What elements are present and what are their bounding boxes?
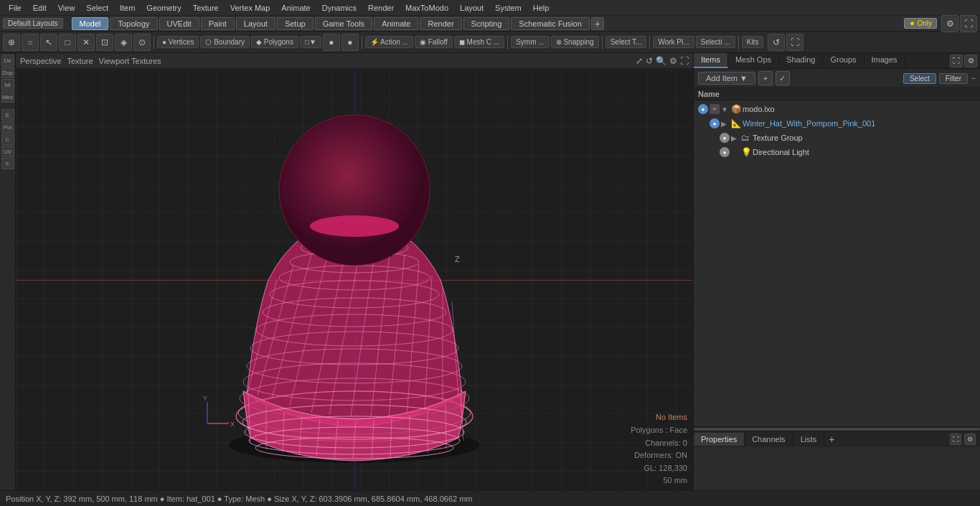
- add-tab-button[interactable]: +: [591, 17, 604, 30]
- tab-shading[interactable]: Shading: [779, 53, 823, 68]
- tab-model[interactable]: Model: [72, 17, 109, 30]
- tool-ring-icon[interactable]: ⊙: [133, 34, 151, 51]
- polygons-button[interactable]: ◆ Polygons: [251, 36, 298, 48]
- items-filter-button[interactable]: Filter: [939, 73, 968, 84]
- item-row-texture-group[interactable]: ● ▶ 🗂 Texture Group: [694, 131, 980, 145]
- vp-rotate-icon[interactable]: ↺: [646, 56, 653, 66]
- workpl-button[interactable]: Work Pl...: [653, 36, 694, 48]
- menu-geometry[interactable]: Geometry: [141, 2, 187, 14]
- tab-uvedit[interactable]: UVEdit: [159, 17, 199, 30]
- dot-icon-1[interactable]: ●: [323, 34, 340, 51]
- vp-move-icon[interactable]: ⤢: [636, 56, 643, 66]
- menu-texture[interactable]: Texture: [187, 2, 225, 14]
- item-vis-dir-light[interactable]: ●: [720, 147, 730, 157]
- star-only-button[interactable]: ★ Only: [904, 18, 937, 29]
- tab-groups[interactable]: Groups: [823, 53, 864, 68]
- sidebar-icon-5[interactable]: E: [1, 109, 14, 121]
- item-row-winter-hat[interactable]: ● ▶ 📐 Winter_Hat_With_Pompom_Pink_001: [694, 116, 980, 131]
- tab-images[interactable]: Images: [864, 53, 905, 68]
- tab-items[interactable]: Items: [694, 53, 728, 68]
- menu-animate[interactable]: Animate: [275, 2, 316, 14]
- action-button[interactable]: ⚡ Action ...: [365, 36, 413, 48]
- sidebar-icon-4[interactable]: Mes: [1, 91, 14, 103]
- panel-expand-icon[interactable]: ⛶: [950, 55, 963, 67]
- menu-help[interactable]: Help: [527, 2, 555, 14]
- items-select-button[interactable]: Select: [903, 73, 936, 84]
- tab-setup[interactable]: Setup: [277, 17, 314, 30]
- select-t-button[interactable]: Select T...: [606, 36, 647, 48]
- panel-settings-icon[interactable]: ⚙: [964, 55, 977, 67]
- expand-icon[interactable]: ⛶: [786, 34, 804, 51]
- tool-cursor-icon[interactable]: ↖: [40, 34, 57, 51]
- viewport-canvas[interactable]: X Y Z No Items Polygons : Face Channels:…: [16, 69, 693, 490]
- item-vis-winter-hat[interactable]: ●: [710, 118, 720, 128]
- item-vis-texture-group[interactable]: ●: [720, 133, 730, 143]
- menu-item[interactable]: Item: [114, 2, 141, 14]
- kits-button[interactable]: Kits: [742, 36, 764, 48]
- sidebar-icon-2[interactable]: Dup: [1, 67, 14, 78]
- menu-layout[interactable]: Layout: [454, 2, 489, 14]
- sidebar-icon-3[interactable]: Mi: [1, 79, 14, 90]
- tab-scripting[interactable]: Scripting: [463, 17, 510, 30]
- tab-game-tools[interactable]: Game Tools: [315, 17, 373, 30]
- tool-diamond-icon[interactable]: ◈: [115, 34, 132, 51]
- vp-perspective-label[interactable]: Perspective: [20, 57, 61, 65]
- item-row-dir-light[interactable]: ● 💡 Directional Light: [694, 145, 980, 159]
- dot-icon-2[interactable]: ●: [341, 34, 359, 51]
- items-minus-icon[interactable]: −: [971, 73, 976, 83]
- tab-render[interactable]: Render: [420, 17, 461, 30]
- menu-view[interactable]: View: [52, 2, 81, 14]
- sidebar-icon-7[interactable]: C: [1, 133, 14, 145]
- boundary-button[interactable]: ⬡ Boundary: [200, 36, 250, 48]
- menu-select[interactable]: Select: [80, 2, 114, 14]
- vp-settings-icon[interactable]: ⚙: [669, 56, 677, 66]
- maximize-icon[interactable]: ⛶: [960, 15, 977, 32]
- menu-edit[interactable]: Edit: [27, 2, 52, 14]
- vp-expand-icon[interactable]: ⛶: [680, 56, 689, 66]
- settings-icon[interactable]: ⚙: [941, 15, 958, 32]
- sidebar-icon-1[interactable]: De: [1, 55, 14, 66]
- menu-render[interactable]: Render: [362, 2, 400, 14]
- tool-select-icon[interactable]: ⊕: [3, 34, 20, 51]
- props-settings-icon[interactable]: ⚙: [964, 434, 976, 445]
- vertices-button[interactable]: ● Vertices: [157, 36, 199, 48]
- tab-schematic-fusion[interactable]: Schematic Fusion: [511, 17, 589, 30]
- item-expand-winter-hat[interactable]: ▶: [721, 120, 730, 128]
- props-add-button[interactable]: +: [824, 434, 839, 445]
- tab-properties[interactable]: Properties: [694, 433, 745, 446]
- sidebar-icon-8[interactable]: UV: [1, 146, 14, 157]
- snapping-button[interactable]: ⊕ Snapping: [551, 36, 599, 48]
- item-row-modo-lxo[interactable]: ● + ▼ 📦 modo.lxo: [694, 102, 980, 116]
- tab-channels[interactable]: Channels: [745, 433, 793, 446]
- refresh-icon[interactable]: ↺: [768, 34, 785, 51]
- item-expand-modo-lxo[interactable]: ▼: [721, 106, 730, 113]
- menu-maxtomodo[interactable]: MaxToModo: [400, 2, 454, 14]
- sidebar-icon-9[interactable]: F: [1, 158, 14, 169]
- tab-animate[interactable]: Animate: [374, 17, 418, 30]
- sidebar-icon-6[interactable]: Pol: [1, 121, 14, 133]
- tab-topology[interactable]: Topology: [110, 17, 157, 30]
- mesh-button[interactable]: ◼ Mesh C ...: [454, 36, 504, 48]
- vp-viewport-textures-label[interactable]: Viewport Textures: [99, 57, 161, 65]
- tool-rect-icon[interactable]: □: [59, 34, 76, 51]
- item-expand-texture-group[interactable]: ▶: [731, 134, 740, 142]
- menu-system[interactable]: System: [489, 2, 527, 14]
- add-item-button[interactable]: Add Item ▼: [698, 72, 755, 85]
- tool-circle-icon[interactable]: ○: [22, 34, 39, 51]
- items-list[interactable]: ● + ▼ 📦 modo.lxo ● ▶ 📐 Winter_Hat_With_P…: [694, 100, 980, 426]
- mode-dropdown[interactable]: □▼: [300, 36, 321, 48]
- vp-zoom-icon[interactable]: 🔍: [656, 56, 666, 66]
- menu-file[interactable]: File: [3, 2, 27, 14]
- selecti-button[interactable]: Selecti ...: [696, 36, 735, 48]
- menu-dynamics[interactable]: Dynamics: [316, 2, 362, 14]
- item-vis-modo-lxo[interactable]: ●: [698, 104, 708, 114]
- props-expand-icon[interactable]: ⛶: [950, 434, 961, 445]
- menu-vertex-map[interactable]: Vertex Map: [225, 2, 276, 14]
- tool-grid-icon[interactable]: ⊡: [96, 34, 113, 51]
- vp-texture-label[interactable]: Texture: [67, 57, 93, 65]
- tab-mesh-ops[interactable]: Mesh Ops: [728, 53, 779, 68]
- falloff-button[interactable]: ◉ Falloff: [415, 36, 453, 48]
- layout-preset-dropdown[interactable]: Default Layouts: [3, 18, 63, 29]
- items-remove-icon[interactable]: ✓: [776, 71, 790, 85]
- items-add-icon[interactable]: +: [758, 71, 773, 85]
